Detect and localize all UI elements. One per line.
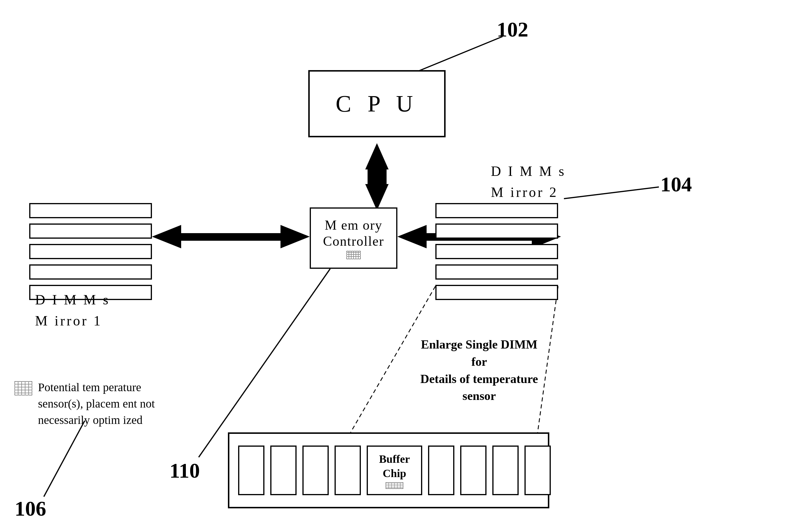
dimm-bar-right-4 [435, 264, 558, 280]
dimm-bar-left-4 [29, 264, 152, 280]
svg-marker-3 [365, 184, 389, 210]
enlarged-dimm: BufferChip [228, 432, 549, 508]
legend-text: Potential tem peraturesensor(s), placem … [38, 379, 155, 428]
dimm-bar-left-1 [29, 203, 152, 218]
memory-controller-label: M em oryController [323, 217, 384, 249]
svg-marker-6 [281, 225, 310, 248]
svg-marker-9 [397, 225, 427, 248]
chip-small-5 [428, 445, 454, 495]
dimm-stack-right [435, 203, 558, 300]
dimm-bar-right-1 [435, 203, 558, 218]
dimm-stack-left [29, 203, 152, 300]
dimm-bar-right-5 [435, 285, 558, 300]
svg-line-13 [44, 421, 85, 497]
svg-line-12 [537, 286, 558, 432]
label-104: 104 [660, 172, 692, 196]
chip-small-7 [492, 445, 518, 495]
chip-small-8 [525, 445, 551, 495]
sensor-icon-mc [346, 251, 361, 259]
dimms-mirror1-label: D I M M s M irror 1 [35, 289, 110, 331]
label-102: 102 [497, 18, 528, 42]
chip-small-3 [302, 445, 329, 495]
buffer-chip: BufferChip [367, 445, 422, 495]
chip-small-4 [335, 445, 361, 495]
chip-small-2 [270, 445, 297, 495]
cpu-label: C P U [336, 91, 418, 117]
memory-controller-box: M em oryController [310, 207, 397, 269]
dimms-mirror2-label: D I M M s M irror 2 [491, 161, 566, 203]
legend-sensor-icon-container [15, 381, 32, 396]
svg-marker-2 [365, 143, 389, 169]
chip-small-1 [238, 445, 264, 495]
label-110: 110 [169, 459, 200, 483]
chip-small-6 [460, 445, 487, 495]
svg-rect-4 [367, 168, 386, 186]
svg-line-1 [564, 187, 659, 199]
dimm-bar-left-2 [29, 224, 152, 239]
svg-marker-5 [152, 225, 181, 248]
label-106: 106 [15, 497, 46, 521]
svg-line-14 [199, 269, 330, 457]
svg-line-0 [415, 37, 503, 73]
dimm-bar-right-3 [435, 244, 558, 259]
cpu-box: C P U [308, 70, 446, 137]
diagram-container: 102 C P U 104 M em oryController D I M M… [0, 0, 793, 532]
buffer-chip-sensor-icon [386, 482, 403, 489]
legend-sensor-icon [15, 381, 32, 395]
dimm-bar-right-2 [435, 224, 558, 239]
enlarge-text: Enlarge Single DIMM forDetails of temper… [418, 336, 541, 405]
buffer-chip-label: BufferChip [379, 452, 410, 481]
svg-rect-7 [180, 233, 282, 241]
dimm-bar-left-3 [29, 244, 152, 259]
